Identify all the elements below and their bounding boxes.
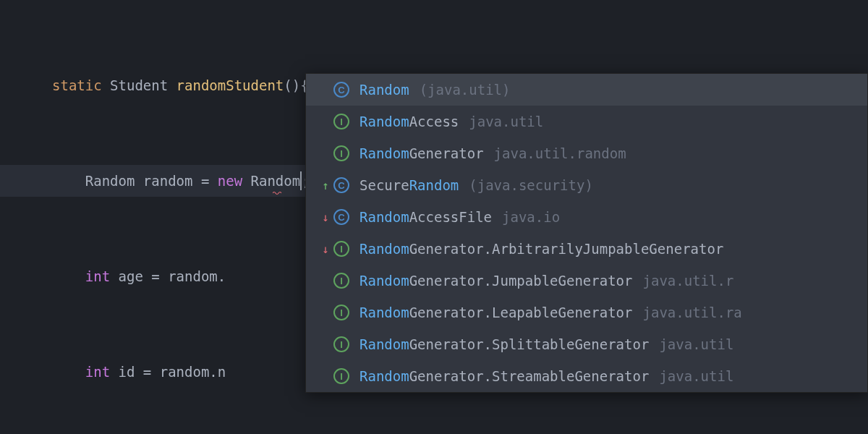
completion-package: java.util.r [643,273,734,289]
interface-badge-icon: I [333,145,349,161]
autocomplete-item[interactable]: ↓IRandomGenerator.ArbitrarilyJumpableGen… [306,233,867,265]
keyword-int: int [85,364,110,380]
completion-package: java.util [469,114,543,129]
completion-text: Generator.LeapableGenerator [409,305,633,320]
autocomplete-item[interactable]: IRandomGenerator.LeapableGeneratorjava.u… [306,297,867,328]
autocomplete-item[interactable]: ↑CSecureRandom(java.security) [306,169,867,201]
completion-text: Generator.ArbitrarilyJumpableGenerator [409,241,724,257]
interface-badge-icon: I [333,336,349,352]
completion-match: Random [359,305,409,320]
completion-match: Random [359,273,409,289]
interface-badge-icon: I [333,273,349,289]
completion-package: java.util.random [494,145,626,161]
error-squiggle-icon [273,191,281,195]
completion-text: Secure [359,177,409,193]
completion-match: Random [409,177,459,193]
autocomplete-item[interactable]: CRandom(java.util) [306,74,867,106]
completion-package: java.util.ra [643,305,742,320]
class-badge-icon: C [333,209,349,225]
completion-package: java.util [659,336,733,352]
autocomplete-item[interactable]: IRandomGeneratorjava.util.random [306,137,867,169]
autocomplete-item[interactable]: IRandomAccessjava.util [306,106,867,137]
completion-text: Access [409,114,459,129]
keyword-int: int [85,268,110,284]
autocomplete-item[interactable]: IRandomGenerator.SplittableGeneratorjava… [306,328,867,360]
interface-badge-icon: I [333,114,349,129]
completion-match: Random [359,368,409,384]
completion-match: Random [359,114,409,129]
interface-badge-icon: I [333,368,349,384]
completion-package: java.util [659,368,733,384]
arrow-up-icon: ↑ [319,179,332,192]
completion-package: (java.util) [420,82,511,98]
method-name: randomStudent [176,77,284,93]
autocomplete-popup[interactable]: CRandom(java.util)IRandomAccessjava.util… [305,73,868,393]
completion-match: Random [359,145,409,161]
completion-text: Generator.StreamableGenerator [409,368,650,384]
keyword-new: new [218,173,242,189]
class-badge-icon: C [333,177,349,193]
completion-text: Generator.JumpableGenerator [409,273,633,289]
autocomplete-item[interactable]: IRandomGenerator.StreamableGeneratorjava… [306,360,867,392]
completion-match: Random [359,241,409,257]
arrow-down-icon: ↓ [319,210,332,224]
interface-badge-icon: I [333,305,349,320]
completion-match: Random [359,209,409,225]
completion-text: AccessFile [409,209,492,225]
completion-text: Generator.SplittableGenerator [409,336,650,352]
autocomplete-item[interactable]: IRandomGenerator.JumpableGeneratorjava.u… [306,265,867,297]
class-badge-icon: C [333,82,349,98]
autocomplete-item[interactable]: ↓CRandomAccessFilejava.io [306,201,867,233]
completion-text: Generator [409,145,484,161]
interface-badge-icon: I [333,241,349,257]
completion-match: Random [359,82,409,98]
arrow-down-icon: ↓ [319,242,332,256]
keyword-static: static [52,77,102,93]
completion-package: java.io [502,209,560,225]
completion-package: (java.security) [469,177,593,193]
completion-match: Random [359,336,409,352]
